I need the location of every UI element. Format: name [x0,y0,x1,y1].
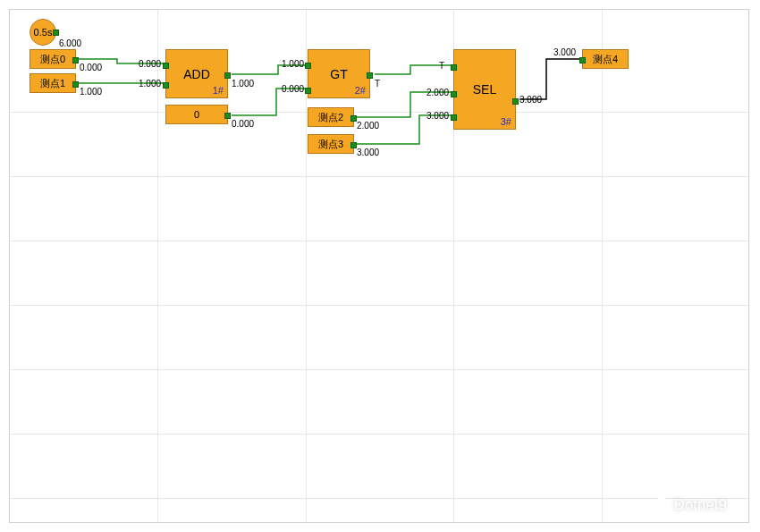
pt0-out-value: 0.000 [80,63,102,72]
sel-out-value: 3.000 [519,95,542,105]
node-add-title: ADD [183,67,210,81]
node-zero[interactable]: 0 [165,105,228,124]
node-gt-index: 2# [355,85,366,96]
sel-in2-port[interactable] [451,91,457,97]
node-gt-title: GT [330,67,347,81]
node-sel-index: 3# [501,116,511,127]
node-pt4-label: 测点4 [593,53,618,66]
pt3-out-port[interactable] [350,142,357,148]
node-sel[interactable]: SEL 3# [453,49,516,130]
node-pt0-label: 测点0 [40,53,65,66]
sel-out-port[interactable] [512,98,519,105]
add-out-port[interactable] [224,72,231,79]
node-pt3[interactable]: 测点3 [308,134,354,154]
watermark-text: Dotnet9 [673,496,727,514]
zero-out-port[interactable] [224,113,231,119]
add-out-value: 1.000 [232,79,254,89]
pt3-out-value: 3.000 [357,148,379,157]
node-add-index: 1# [213,85,224,96]
node-pt2-label: 测点2 [318,111,343,124]
pt2-out-port[interactable] [350,115,357,122]
gt-in1-port[interactable] [305,63,311,69]
pt0-out-port[interactable] [72,57,79,63]
sel-in3-port[interactable] [451,114,457,121]
sel-in3-value: 3.000 [426,111,449,121]
add-in2-port[interactable] [163,82,169,89]
gt-in1-value: 1.000 [282,59,304,69]
node-zero-label: 0 [194,109,199,120]
node-pt0[interactable]: 测点0 [30,49,76,69]
zero-out-value: 0.000 [232,119,254,129]
node-pt4[interactable]: 测点4 [582,49,629,69]
node-pt3-label: 测点3 [318,138,343,151]
timer-out-value: 6.000 [59,38,81,48]
gt-in2-port[interactable] [305,88,311,94]
sel-in1-label: T [439,61,444,71]
watermark: Dotnet9 [646,495,727,515]
pt1-out-value: 1.000 [80,87,102,97]
gt-out-label: T [375,79,380,89]
timer-label: 0.5s [34,27,53,38]
add-in1-port[interactable] [163,63,169,69]
pt1-out-port[interactable] [72,81,79,88]
add-in2-value: 1.000 [139,79,161,89]
node-pt1-label: 测点1 [40,77,65,90]
diagram-canvas[interactable]: 0.5s 6.000 测点0 0.000 测点1 1.000 ADD 1# 0.… [9,9,749,523]
node-sel-title: SEL [473,82,496,97]
gt-out-port[interactable] [367,72,373,79]
pt2-out-value: 2.000 [357,121,379,131]
timer-node[interactable]: 0.5s [30,19,56,46]
add-in1-value: 0.000 [139,59,161,69]
pt4-in-port[interactable] [579,57,586,63]
pt4-in-value: 3.000 [553,47,576,57]
sel-in2-value: 2.000 [426,88,449,97]
node-pt2[interactable]: 测点2 [308,107,354,127]
sel-in1-port[interactable] [451,64,457,71]
node-add[interactable]: ADD 1# [165,49,228,98]
node-gt[interactable]: GT 2# [308,49,370,98]
node-pt1[interactable]: 测点1 [30,73,76,93]
gt-in2-value: 0.000 [282,84,304,94]
timer-out-port[interactable] [53,30,59,36]
watermark-icon [646,495,666,515]
